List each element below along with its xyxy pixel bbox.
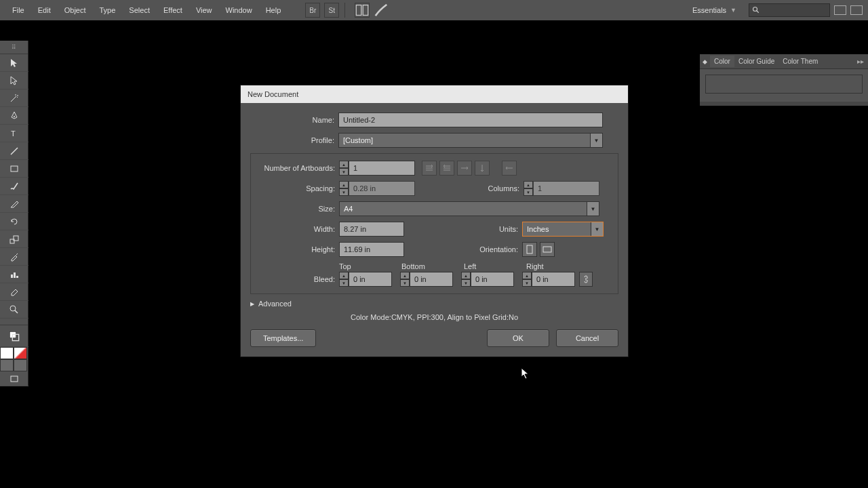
- bleed-right-header: Right: [526, 262, 589, 270]
- artboards-label: Number of Artboards:: [259, 164, 339, 172]
- color-strip[interactable]: [705, 75, 863, 94]
- selection-tool[interactable]: [0, 54, 28, 72]
- advanced-toggle[interactable]: ▶ Advanced: [250, 300, 618, 308]
- search-input[interactable]: [749, 3, 830, 17]
- grid-by-col-icon[interactable]: [439, 161, 454, 176]
- none-swatch[interactable]: [14, 347, 27, 359]
- window-minimize-icon[interactable]: [834, 5, 846, 15]
- step-down-icon[interactable]: ▼: [524, 188, 533, 196]
- screen-mode[interactable]: [0, 371, 28, 386]
- templates-button[interactable]: Templates...: [250, 329, 316, 347]
- step-up-icon[interactable]: ▲: [339, 161, 349, 168]
- bridge-icon[interactable]: Br: [305, 3, 320, 18]
- brush-tool[interactable]: [0, 178, 28, 195]
- menu-object[interactable]: Object: [58, 3, 93, 17]
- bleed-top-header: Top: [339, 262, 401, 270]
- graph-tool[interactable]: [0, 266, 28, 283]
- direct-selection-tool[interactable]: [0, 72, 28, 89]
- step-up-icon[interactable]: ▲: [339, 181, 349, 188]
- draw-normal[interactable]: [0, 359, 14, 371]
- rtl-icon[interactable]: [502, 161, 517, 176]
- eyedropper-tool[interactable]: [0, 248, 28, 266]
- bleed-top-spinner[interactable]: ▲▼0 in: [339, 272, 392, 287]
- profile-label: Profile:: [250, 136, 338, 144]
- width-label: Width:: [259, 225, 339, 233]
- magic-wand-tool[interactable]: [0, 89, 28, 107]
- svg-rect-1: [363, 5, 369, 16]
- toolbar-grip[interactable]: ⠿: [0, 41, 28, 54]
- panel-expand-icon[interactable]: ▸▸: [853, 58, 868, 65]
- color-swatch[interactable]: [0, 347, 14, 359]
- profile-dropdown[interactable]: [Custom]▼: [338, 133, 603, 148]
- type-tool[interactable]: T: [0, 125, 28, 142]
- width-input[interactable]: 8.27 in: [339, 222, 404, 237]
- zoom-tool[interactable]: [0, 301, 28, 319]
- orientation-landscape[interactable]: [540, 242, 555, 257]
- bleed-right-spinner[interactable]: ▲▼0 in: [522, 272, 575, 287]
- svg-point-4: [14, 116, 15, 117]
- step-up-icon[interactable]: ▲: [524, 181, 533, 188]
- bleed-left-spinner[interactable]: ▲▼0 in: [461, 272, 514, 287]
- svg-rect-12: [16, 276, 18, 278]
- size-dropdown[interactable]: A4▼: [339, 201, 599, 216]
- eraser-tool[interactable]: [0, 283, 28, 301]
- color-panel: ◆ Color Color Guide Color Them ▸▸: [700, 54, 868, 106]
- size-label: Size:: [259, 205, 339, 213]
- bleed-bottom-spinner[interactable]: ▲▼0 in: [400, 272, 453, 287]
- svg-rect-17: [11, 376, 18, 382]
- window-maximize-icon[interactable]: [850, 5, 863, 15]
- height-input[interactable]: 11.69 in: [339, 242, 404, 257]
- cancel-button[interactable]: Cancel: [556, 329, 618, 347]
- grid-by-row-icon[interactable]: [422, 161, 437, 176]
- artboard-group: Number of Artboards: ▲▼ 1 Spacing: ▲: [250, 153, 618, 294]
- scale-tool[interactable]: [0, 230, 28, 248]
- svg-line-6: [11, 148, 18, 155]
- step-down-icon[interactable]: ▼: [339, 188, 349, 196]
- draw-behind[interactable]: [14, 359, 27, 371]
- tab-color-guide[interactable]: Color Guide: [734, 56, 778, 67]
- arrange-icon[interactable]: [355, 3, 370, 18]
- tab-color[interactable]: Color: [710, 56, 734, 67]
- menu-file[interactable]: File: [5, 3, 31, 17]
- row-lr-icon[interactable]: [457, 161, 472, 176]
- chevron-down-icon: ▼: [590, 134, 602, 147]
- tools-panel: ⠿ T: [0, 41, 28, 386]
- link-bleed-icon[interactable]: [579, 272, 593, 287]
- artboards-spinner[interactable]: ▲▼ 1: [339, 161, 415, 176]
- columns-spinner[interactable]: ▲▼ 1: [524, 181, 599, 196]
- artboard-arrangement: [422, 161, 517, 176]
- height-label: Height:: [259, 245, 339, 253]
- brush-icon[interactable]: [374, 3, 389, 18]
- menu-view[interactable]: View: [189, 3, 219, 17]
- menu-help[interactable]: Help: [259, 3, 288, 17]
- color-mode-row: [0, 347, 28, 359]
- chevron-down-icon: ▼: [591, 222, 603, 236]
- pencil-tool[interactable]: [0, 195, 28, 213]
- units-label: Units:: [404, 225, 522, 233]
- rectangle-tool[interactable]: [0, 160, 28, 178]
- menu-type[interactable]: Type: [93, 3, 123, 17]
- line-tool[interactable]: [0, 142, 28, 160]
- fill-stroke-swatch[interactable]: [0, 325, 28, 347]
- step-down-icon[interactable]: ▼: [339, 168, 349, 176]
- menu-select[interactable]: Select: [122, 3, 157, 17]
- workspace-label: Essentials: [692, 6, 726, 14]
- spacing-spinner[interactable]: ▲▼ 0.28 in: [339, 181, 415, 196]
- ok-button[interactable]: OK: [487, 329, 549, 347]
- panel-resize[interactable]: [700, 102, 868, 106]
- panel-menu-icon[interactable]: ◆: [700, 58, 710, 65]
- workspace-switcher[interactable]: Essentials ▼: [687, 5, 742, 16]
- menu-window[interactable]: Window: [219, 3, 259, 17]
- svg-text:T: T: [11, 129, 16, 138]
- col-tb-icon[interactable]: [475, 161, 490, 176]
- tab-color-themes[interactable]: Color Them: [778, 56, 822, 67]
- stock-icon[interactable]: St: [324, 3, 339, 18]
- menu-effect[interactable]: Effect: [157, 3, 189, 17]
- name-input[interactable]: Untitled-2: [338, 113, 603, 127]
- svg-rect-18: [527, 245, 532, 253]
- orientation-portrait[interactable]: [522, 242, 537, 257]
- rotate-tool[interactable]: [0, 213, 28, 230]
- pen-tool[interactable]: [0, 107, 28, 125]
- menu-edit[interactable]: Edit: [31, 3, 58, 17]
- units-dropdown[interactable]: Inches▼: [522, 222, 604, 237]
